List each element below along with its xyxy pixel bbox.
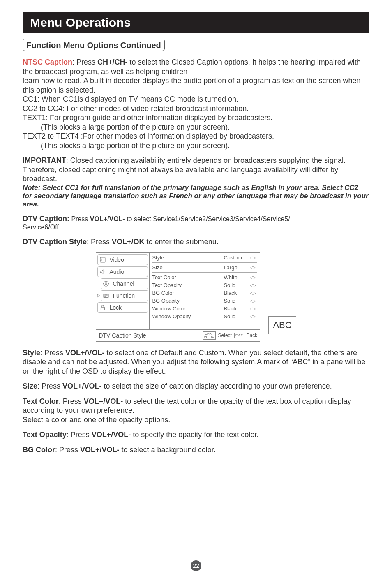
osd-key-chvol: CH+/- VOL+/- bbox=[203, 331, 216, 340]
osd-row-label: Text Color bbox=[152, 274, 224, 280]
osd-row-value: Black bbox=[224, 305, 250, 312]
channel-icon bbox=[102, 280, 110, 287]
osd-footer: DTV Caption Style CH+/- VOL+/- Select EX… bbox=[96, 329, 260, 341]
important-label: IMPORTANT bbox=[23, 156, 66, 164]
osd-key-exit: EXIT bbox=[234, 333, 244, 338]
osd-left-tabs: Video Audio Channel ▷ Function Loc bbox=[96, 253, 150, 329]
osd-row-windowopacity[interactable]: Window OpacitySolid◁▷ bbox=[152, 312, 257, 320]
textcolor-paragraph: Text Color: Press VOL+/VOL- to select th… bbox=[23, 397, 369, 425]
cc2-line: CC2 to CC4: For other modes of video rel… bbox=[23, 104, 369, 113]
text2-line-b: (This blocks a large portion of the pict… bbox=[23, 141, 369, 150]
osd-row-style[interactable]: StyleCustom◁▷ bbox=[152, 254, 257, 261]
osd-body: Video Audio Channel ▷ Function Loc bbox=[96, 253, 260, 329]
osd-row-value: White bbox=[224, 274, 250, 280]
osd-tab-label: Function bbox=[113, 292, 135, 299]
text1-line-b: (This blocks a large portion of the pict… bbox=[23, 123, 369, 132]
dtv-caption-style-line: DTV Caption Style: Press VOL+/OK to ente… bbox=[23, 237, 369, 247]
key-volplus: VOL+/VOL- bbox=[80, 446, 120, 454]
text: : Press bbox=[72, 58, 97, 66]
osd-fill bbox=[152, 320, 257, 328]
size-label: Size bbox=[23, 382, 37, 390]
key-volplus: VOL+/VOL- bbox=[65, 349, 105, 357]
osd-row-textcolor[interactable]: Text ColorWhite◁▷ bbox=[152, 273, 257, 281]
text: to enter the submenu. bbox=[145, 238, 219, 246]
dtv-style-label: DTV Caption Style bbox=[23, 238, 87, 246]
text: to select the size of caption display ac… bbox=[102, 382, 332, 390]
cc1-line: CC1: When CC1is displayed on TV means CC… bbox=[23, 95, 369, 104]
osd-tab-audio[interactable]: Audio bbox=[97, 266, 148, 277]
textcolor-label: Text Color bbox=[23, 397, 59, 405]
text: : Press bbox=[55, 446, 80, 454]
left-right-icon: ◁▷ bbox=[250, 298, 257, 303]
osd-tab-channel[interactable]: Channel bbox=[101, 278, 148, 289]
style-label: Style bbox=[23, 349, 40, 357]
osd-tab-lock[interactable]: Lock bbox=[97, 302, 148, 313]
svg-point-1 bbox=[104, 281, 108, 286]
osd-row-value: Large bbox=[224, 264, 250, 271]
dtv-caption-label: DTV Caption: bbox=[23, 215, 69, 223]
osd-tab-function[interactable]: ▷ Function bbox=[101, 290, 148, 301]
key-volok: VOL+/OK bbox=[112, 238, 145, 246]
osd-row-label: Window Opacity bbox=[152, 313, 224, 319]
osd-tab-video[interactable]: Video bbox=[97, 254, 148, 265]
textopacity-label: Text Opacity bbox=[23, 430, 67, 439]
style-paragraph: Style: Press VOL+/VOL- to select one of … bbox=[23, 348, 369, 376]
dtv-caption-paragraph: DTV Caption: Press VOL+/VOL- to select S… bbox=[23, 214, 369, 224]
osd-tab-label: Lock bbox=[109, 304, 122, 311]
dtv-caption-paragraph-2: Service6/Off. bbox=[23, 223, 369, 231]
osd-row-label: BG Opacity bbox=[152, 298, 224, 304]
osd-row-size[interactable]: SizeLarge◁▷ bbox=[152, 264, 257, 271]
abc-preview-box: ABC bbox=[268, 316, 296, 334]
osd-tab-label: Channel bbox=[113, 280, 134, 287]
bgcolor-label: BG Color bbox=[23, 446, 55, 454]
left-right-icon: ◁▷ bbox=[250, 265, 257, 270]
osd-row-value: Black bbox=[224, 290, 250, 296]
important-paragraph: IMPORTANT: Closed captioning availabilit… bbox=[23, 156, 369, 184]
osd-footer-select: Select bbox=[218, 333, 232, 338]
svg-point-2 bbox=[105, 282, 107, 285]
osd-row-label: Style bbox=[152, 254, 224, 261]
bgcolor-paragraph: BG Color: Press VOL+/VOL- to select a ba… bbox=[23, 445, 369, 455]
osd-row-label: Text Opacity bbox=[152, 282, 224, 288]
text: : Press bbox=[59, 397, 84, 405]
left-right-icon: ◁▷ bbox=[250, 306, 257, 311]
lock-icon bbox=[99, 304, 107, 311]
osd-tab-label: Audio bbox=[109, 268, 124, 275]
key-volplus: VOL+/VOL- bbox=[62, 382, 102, 390]
ntsc-caption-label: NTSC Caption bbox=[23, 58, 72, 66]
left-right-icon: ◁▷ bbox=[250, 255, 257, 260]
osd-menu: Video Audio Channel ▷ Function Loc bbox=[96, 252, 260, 342]
text: : Press bbox=[67, 430, 92, 439]
text: to specify the opacity for the text colo… bbox=[131, 430, 258, 439]
svg-rect-8 bbox=[101, 307, 105, 310]
osd-row-label: BG Color bbox=[152, 290, 224, 296]
osd-row-value: Solid bbox=[224, 298, 250, 304]
text: to select Service1/Service2/Service3/Ser… bbox=[125, 215, 290, 222]
osd-footer-back: Back bbox=[247, 333, 258, 338]
osd-row-bgopacity[interactable]: BG OpacitySolid◁▷ bbox=[152, 297, 257, 305]
text: learn how to read. A built in decoder di… bbox=[23, 76, 369, 95]
osd-row-bgcolor[interactable]: BG ColorBlack◁▷ bbox=[152, 289, 257, 297]
audio-icon bbox=[99, 268, 107, 275]
key-volplus: VOL+/VOL- bbox=[90, 215, 125, 222]
text: : Closed captioning availability entirel… bbox=[23, 156, 346, 183]
text: : Press bbox=[87, 238, 112, 246]
osd-row-textopacity[interactable]: Text OpacitySolid◁▷ bbox=[152, 281, 257, 289]
key-volplus: VOL+/VOL- bbox=[84, 397, 123, 405]
section-heading: Function Menu Options Continued bbox=[26, 41, 161, 50]
page-number: 22 bbox=[191, 560, 201, 571]
key-chplus: CH+/CH- bbox=[97, 58, 128, 66]
text: Press bbox=[69, 215, 90, 222]
osd-row-label: Size bbox=[152, 264, 224, 271]
triangle-right-icon: ▷ bbox=[97, 293, 101, 298]
text: : Press bbox=[40, 349, 65, 357]
osd-footer-title: DTV Caption Style bbox=[99, 332, 200, 339]
text2-line-a: TEXT2 to TEXT4 :For other modes of infor… bbox=[23, 132, 369, 141]
size-paragraph: Size: Press VOL+/VOL- to select the size… bbox=[23, 382, 369, 391]
osd-row-value: Solid bbox=[224, 313, 250, 319]
text1-line-a: TEXT1: For program guide and other infor… bbox=[23, 113, 369, 123]
osd-row-label: Window Color bbox=[152, 305, 224, 312]
ntsc-caption-paragraph: NTSC Caption: Press CH+/CH- to select th… bbox=[23, 58, 369, 150]
osd-row-windowcolor[interactable]: Window ColorBlack◁▷ bbox=[152, 305, 257, 312]
left-right-icon: ◁▷ bbox=[250, 275, 257, 280]
